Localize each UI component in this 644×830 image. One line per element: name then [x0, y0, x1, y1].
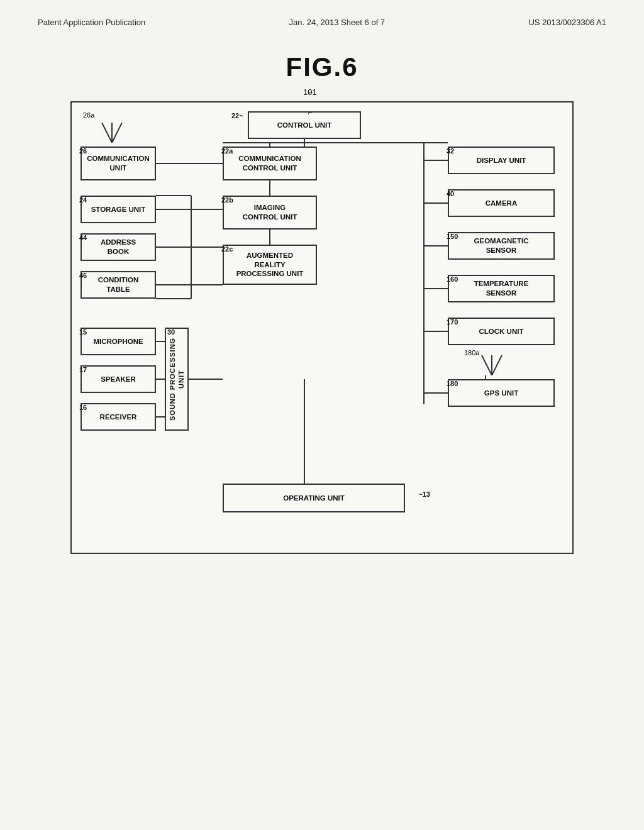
ref-30: 30 — [167, 328, 175, 336]
ref-16: 16 — [79, 403, 87, 412]
page-header: Patent Application Publication Jan. 24, … — [0, 0, 644, 27]
ref-13: ~13 — [418, 490, 430, 499]
gps-antenna-symbol — [473, 353, 511, 378]
ar-processing-unit-block: AUGMENTEDREALITYPROCESSING UNIT 22c — [223, 245, 317, 285]
comm-control-unit-block: COMMUNICATIONCONTROL UNIT 22a — [223, 147, 317, 180]
ref-24: 24 — [79, 196, 87, 204]
storage-unit-block: STORAGE UNIT 24 — [80, 196, 156, 223]
camera-block: CAMERA 40 — [448, 189, 555, 217]
camera-label: CAMERA — [486, 199, 517, 208]
operating-unit-label: OPERATING UNIT — [283, 494, 345, 503]
ar-processing-unit-label: AUGMENTEDREALITYPROCESSING UNIT — [236, 251, 304, 279]
storage-unit-label: STORAGE UNIT — [91, 205, 146, 214]
arrow-101: ⌐ — [308, 87, 313, 97]
svg-line-0 — [102, 123, 112, 143]
display-unit-block: DISPLAY UNIT 32 — [448, 147, 555, 174]
clock-unit-block: CLOCK UNIT 170 — [448, 318, 555, 345]
gps-unit-label: GPS UNIT — [484, 389, 518, 398]
imaging-control-unit-label: IMAGINGCONTROL UNIT — [243, 203, 297, 222]
ref-22c: 22c — [221, 245, 233, 253]
communication-unit-label: COMMUNICATIONUNIT — [87, 154, 149, 173]
temperature-sensor-block: TEMPERATURESENSOR 160 — [448, 275, 555, 302]
communication-unit-block: COMMUNICATIONUNIT 26 — [80, 147, 156, 180]
sound-processing-unit-block: SOUND PROCESSING UNIT 30 — [165, 328, 189, 431]
ref-22b: 22b — [221, 196, 233, 204]
control-unit-label: CONTROL UNIT — [277, 121, 332, 130]
condition-table-block: CONDITIONTABLE 46 — [80, 271, 156, 299]
header-center: Jan. 24, 2013 Sheet 6 of 7 — [289, 18, 386, 27]
sound-processing-unit-label: SOUND PROCESSING UNIT — [168, 329, 186, 429]
ref-170: 170 — [447, 318, 458, 326]
microphone-block: MICROPHONE 15 — [80, 328, 156, 355]
ref-40: 40 — [447, 189, 454, 198]
ref-46: 46 — [79, 271, 87, 280]
outer-box: CONTROL UNIT 22~ COMMUNICATIONUNIT 26 26… — [70, 101, 574, 554]
ref-15: 15 — [79, 328, 87, 336]
svg-line-5 — [492, 355, 502, 375]
header-left: Patent Application Publication — [38, 18, 145, 27]
ref-180a: 180a — [464, 349, 479, 357]
header-right: US 2013/0023306 A1 — [528, 18, 606, 27]
ref-22: 22~ — [231, 111, 243, 120]
ref-150: 150 — [447, 232, 458, 241]
geomagnetic-sensor-block: GEOMAGNETICSENSOR 150 — [448, 232, 555, 260]
speaker-block: SPEAKER 17 — [80, 365, 156, 393]
receiver-block: RECEIVER 16 — [80, 403, 156, 431]
ref-26a: 26a — [83, 111, 94, 119]
ref-160: 160 — [447, 275, 458, 284]
address-book-label: ADDRESSBOOK — [101, 238, 136, 257]
ref-26: 26 — [79, 147, 87, 155]
imaging-control-unit-block: IMAGINGCONTROL UNIT 22b — [223, 196, 317, 230]
temperature-sensor-label: TEMPERATURESENSOR — [474, 279, 529, 298]
clock-unit-label: CLOCK UNIT — [479, 327, 524, 336]
control-unit-block: CONTROL UNIT 22~ — [248, 111, 361, 139]
fig-title: FIG.6 — [0, 52, 644, 82]
svg-line-1 — [112, 123, 122, 143]
svg-line-4 — [482, 355, 492, 375]
receiver-label: RECEIVER — [100, 412, 137, 422]
ref-180: 180 — [447, 379, 458, 388]
microphone-label: MICROPHONE — [93, 337, 143, 346]
ref-22a: 22a — [221, 147, 233, 155]
comm-control-unit-label: COMMUNICATIONCONTROL UNIT — [238, 154, 301, 173]
display-unit-label: DISPLAY UNIT — [477, 156, 526, 165]
diagram-wrapper: 101 ⌐ CONTROL UNIT 22~ COMMUNICATIONUNIT… — [64, 101, 580, 554]
ref-32: 32 — [447, 147, 454, 155]
condition-table-label: CONDITIONTABLE — [98, 275, 139, 294]
geomagnetic-sensor-label: GEOMAGNETICSENSOR — [474, 236, 529, 255]
operating-unit-block: OPERATING UNIT ~13 — [223, 484, 405, 512]
address-book-block: ADDRESSBOOK 44 — [80, 233, 156, 261]
antenna-symbol — [93, 120, 131, 145]
gps-unit-block: GPS UNIT 180 — [448, 379, 555, 407]
speaker-label: SPEAKER — [101, 375, 136, 384]
ref-44: 44 — [79, 233, 87, 242]
ref-17: 17 — [79, 365, 87, 374]
